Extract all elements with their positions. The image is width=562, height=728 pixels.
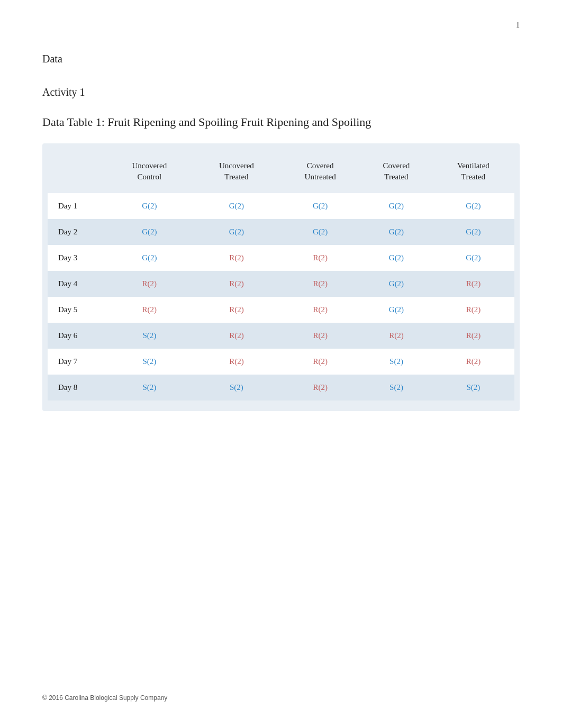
table-cell: S(2) (106, 323, 193, 349)
table-cell: R(2) (106, 271, 193, 297)
table-cell: S(2) (106, 349, 193, 375)
table-cell: R(2) (280, 297, 360, 323)
table-cell: R(2) (280, 245, 360, 271)
table-cell: G(2) (106, 245, 193, 271)
table-row: Day 3G(2)R(2)R(2)G(2)G(2) (48, 245, 514, 271)
table-cell: G(2) (432, 245, 514, 271)
table-row: Day 6S(2)R(2)R(2)R(2)R(2) (48, 323, 514, 349)
col-header-covered-treated: CoveredTreated (360, 154, 432, 193)
table-cell: R(2) (432, 297, 514, 323)
table-cell: R(2) (106, 297, 193, 323)
table-cell: G(2) (193, 193, 280, 219)
data-table: UncoveredControl UncoveredTreated Covere… (48, 154, 514, 401)
data-table-wrapper: UncoveredControl UncoveredTreated Covere… (42, 143, 520, 411)
table-cell: G(2) (432, 219, 514, 245)
row-day-label: Day 5 (48, 297, 106, 323)
table-cell: G(2) (360, 219, 432, 245)
table-cell: G(2) (193, 219, 280, 245)
table-cell: G(2) (106, 193, 193, 219)
table-cell: G(2) (106, 219, 193, 245)
table-row: Day 7S(2)R(2)R(2)S(2)R(2) (48, 349, 514, 375)
row-day-label: Day 1 (48, 193, 106, 219)
table-cell: R(2) (280, 323, 360, 349)
table-cell: G(2) (432, 193, 514, 219)
col-header-uncovered-treated: UncoveredTreated (193, 154, 280, 193)
table-cell: G(2) (360, 245, 432, 271)
table-cell: G(2) (360, 193, 432, 219)
table-cell: G(2) (280, 219, 360, 245)
col-header-uncovered-control: UncoveredControl (106, 154, 193, 193)
page-number: 1 (516, 21, 520, 30)
table-cell: S(2) (193, 375, 280, 401)
row-day-label: Day 4 (48, 271, 106, 297)
table-cell: S(2) (360, 349, 432, 375)
table-cell: S(2) (106, 375, 193, 401)
col-header-covered-untreated: CoveredUntreated (280, 154, 360, 193)
table-cell: R(2) (432, 271, 514, 297)
table-cell: S(2) (432, 375, 514, 401)
table-row: Day 5R(2)R(2)R(2)G(2)R(2) (48, 297, 514, 323)
table-cell: R(2) (432, 323, 514, 349)
table-cell: R(2) (280, 349, 360, 375)
table-cell: R(2) (432, 349, 514, 375)
table-cell: R(2) (193, 271, 280, 297)
section-heading-activity: Activity 1 (42, 86, 520, 98)
col-header-ventilated-treated: VentilatedTreated (432, 154, 514, 193)
table-cell: R(2) (280, 375, 360, 401)
section-heading-data: Data (42, 53, 520, 65)
table-cell: R(2) (193, 349, 280, 375)
row-day-label: Day 8 (48, 375, 106, 401)
table-row: Day 4R(2)R(2)R(2)G(2)R(2) (48, 271, 514, 297)
col-header-day (48, 154, 106, 193)
table-row: Day 2G(2)G(2)G(2)G(2)G(2) (48, 219, 514, 245)
table-header-row: UncoveredControl UncoveredTreated Covere… (48, 154, 514, 193)
footer-text: © 2016 Carolina Biological Supply Compan… (42, 694, 167, 702)
table-row: Day 8S(2)S(2)R(2)S(2)S(2) (48, 375, 514, 401)
table-cell: S(2) (360, 375, 432, 401)
row-day-label: Day 7 (48, 349, 106, 375)
table-cell: G(2) (360, 271, 432, 297)
table-cell: R(2) (193, 323, 280, 349)
table-title: Data Table 1: Fruit Ripening and Spoilin… (42, 114, 520, 131)
table-cell: R(2) (193, 297, 280, 323)
table-cell: R(2) (280, 271, 360, 297)
row-day-label: Day 6 (48, 323, 106, 349)
table-cell: G(2) (360, 297, 432, 323)
table-cell: R(2) (193, 245, 280, 271)
table-row: Day 1G(2)G(2)G(2)G(2)G(2) (48, 193, 514, 219)
row-day-label: Day 2 (48, 219, 106, 245)
table-cell: G(2) (280, 193, 360, 219)
row-day-label: Day 3 (48, 245, 106, 271)
table-cell: R(2) (360, 323, 432, 349)
